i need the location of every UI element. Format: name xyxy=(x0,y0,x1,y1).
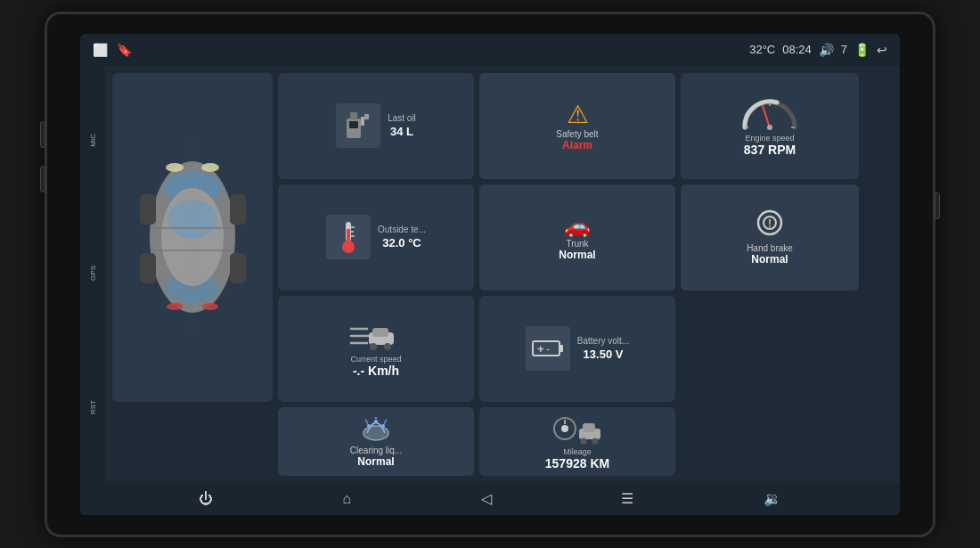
mileage-svg xyxy=(551,413,604,445)
svg-rect-20 xyxy=(230,253,246,283)
fuel-text: Last oil 34 L xyxy=(388,113,416,138)
trunk-label: Trunk xyxy=(566,239,588,249)
svg-text:-: - xyxy=(546,342,550,356)
safety-belt-label: Safety belt xyxy=(556,129,598,139)
mileage-value: 157928 KM xyxy=(545,456,609,470)
home-nav-icon[interactable]: ⌂ xyxy=(342,491,351,507)
svg-rect-39 xyxy=(372,328,388,337)
clearing-liquid-icon xyxy=(360,415,392,446)
svg-text:+: + xyxy=(537,342,544,356)
car-top-svg xyxy=(124,139,262,335)
svg-point-54 xyxy=(561,425,568,432)
svg-point-23 xyxy=(167,303,183,310)
temp-label: Outside te... xyxy=(378,225,426,234)
back-nav-icon[interactable]: ◁ xyxy=(481,490,492,507)
bookmark-icon: 🔖 xyxy=(117,43,132,57)
fuel-cell: Last oil 34 L xyxy=(336,103,416,148)
svg-line-5 xyxy=(763,106,770,127)
clearing-liquid-tile: Clearing liq... Normal xyxy=(278,407,474,476)
thermometer-svg xyxy=(339,220,358,254)
mic-label: MIC xyxy=(89,134,97,147)
svg-rect-3 xyxy=(364,114,369,119)
safety-belt-icon: ⚠ xyxy=(567,100,589,129)
svg-line-52 xyxy=(383,419,387,426)
svg-rect-43 xyxy=(559,345,563,352)
svg-rect-1 xyxy=(349,121,358,128)
safety-belt-value: Alarm xyxy=(562,139,592,151)
car-top-view xyxy=(112,73,273,402)
speedometer-svg xyxy=(741,95,798,131)
temperature-display: 32°C xyxy=(749,43,775,56)
clearing-liquid-value: Normal xyxy=(357,455,394,468)
power-nav-icon[interactable]: ⏻ xyxy=(199,491,213,507)
temp-text: Outside te... 32.0 °C xyxy=(378,225,426,249)
engine-speed-label: Engine speed xyxy=(745,134,794,143)
current-speed-card: Current speed -.- Km/h xyxy=(278,296,474,402)
brake-svg: ! xyxy=(755,209,784,237)
time-display: 08:24 xyxy=(782,43,812,56)
svg-rect-28 xyxy=(347,229,350,245)
right-button[interactable] xyxy=(935,192,940,219)
window-icon: ⬜ xyxy=(93,43,108,57)
washer-svg xyxy=(360,415,392,442)
status-right-info: 32°C 08:24 🔊 7 🔋 ↩ xyxy=(749,43,887,57)
battery-text: Battery volt... 13.50 V xyxy=(577,336,629,361)
svg-point-40 xyxy=(370,343,377,350)
screen-body: MIC GPS RST xyxy=(80,66,900,483)
svg-text:!: ! xyxy=(768,217,772,230)
left-button-mid[interactable] xyxy=(40,166,45,192)
svg-rect-17 xyxy=(140,194,156,225)
svg-point-59 xyxy=(592,438,599,444)
volume-display: 7 xyxy=(841,43,847,56)
svg-rect-57 xyxy=(583,423,595,432)
screen: ⬜ 🔖 32°C 08:24 🔊 7 🔋 ↩ MIC GPS RST xyxy=(80,34,900,515)
device-frame: ⬜ 🔖 32°C 08:24 🔊 7 🔋 ↩ MIC GPS RST xyxy=(45,12,935,537)
status-bar: ⬜ 🔖 32°C 08:24 🔊 7 🔋 ↩ xyxy=(80,34,900,66)
hand-brake-icon: ! xyxy=(755,209,784,243)
temp-value: 32.0 °C xyxy=(378,236,426,249)
svg-point-6 xyxy=(767,125,772,130)
trunk-tile: 🚗 Trunk Normal xyxy=(479,184,675,290)
menu-nav-icon[interactable]: ☰ xyxy=(621,490,633,507)
battery-card-icon: + - xyxy=(526,326,570,371)
svg-point-41 xyxy=(384,343,391,350)
battery-value: 13.50 V xyxy=(577,348,629,361)
main-grid: Last oil 34 L ⚠ Safety belt Alarm xyxy=(105,66,900,483)
svg-rect-19 xyxy=(140,253,156,283)
current-speed-svg xyxy=(349,320,403,352)
thermometer-icon xyxy=(326,215,371,259)
back-icon[interactable]: ↩ xyxy=(877,43,887,57)
svg-point-21 xyxy=(166,163,184,172)
left-button-top[interactable] xyxy=(40,121,45,148)
mileage-card: Mileage 157928 KM xyxy=(479,407,675,476)
engine-speed-card: Engine speed 837 RPM xyxy=(681,73,859,179)
svg-rect-2 xyxy=(361,117,364,126)
left-sidebar: MIC GPS RST xyxy=(80,66,105,483)
rst-label: RST xyxy=(89,400,97,414)
battery-label: Battery volt... xyxy=(577,336,629,346)
hand-brake-value: Normal xyxy=(751,253,788,266)
gps-label: GPS xyxy=(89,266,97,281)
safety-belt-tile: ⚠ Safety belt Alarm xyxy=(479,73,675,179)
volume-nav-icon[interactable]: 🔉 xyxy=(764,490,781,507)
speaker-icon: 🔊 xyxy=(819,43,834,57)
svg-line-50 xyxy=(365,419,369,426)
temperature-card: Outside te... 32.0 °C xyxy=(278,184,474,290)
battery-svg: + - xyxy=(532,338,564,359)
svg-point-58 xyxy=(581,438,587,444)
trunk-value: Normal xyxy=(559,249,595,261)
fuel-card: Last oil 34 L xyxy=(278,73,474,179)
svg-point-24 xyxy=(202,303,218,310)
current-speed-label: Current speed xyxy=(350,355,401,364)
bottom-nav: ⏻ ⌂ ◁ ☰ 🔉 xyxy=(80,483,900,515)
engine-speed-value: 837 RPM xyxy=(744,143,796,157)
fuel-value: 34 L xyxy=(388,125,416,138)
fuel-pump-svg xyxy=(345,110,372,142)
clearing-liquid-label: Clearing liq... xyxy=(350,446,402,455)
battery-card: + - Battery volt... 13.50 V xyxy=(479,296,675,402)
hand-brake-tile: ! Hand brake Normal xyxy=(681,184,859,290)
trunk-icon: 🚗 xyxy=(564,214,591,239)
mileage-label: Mileage xyxy=(563,447,592,456)
svg-rect-4 xyxy=(350,112,357,119)
svg-point-22 xyxy=(201,163,219,172)
